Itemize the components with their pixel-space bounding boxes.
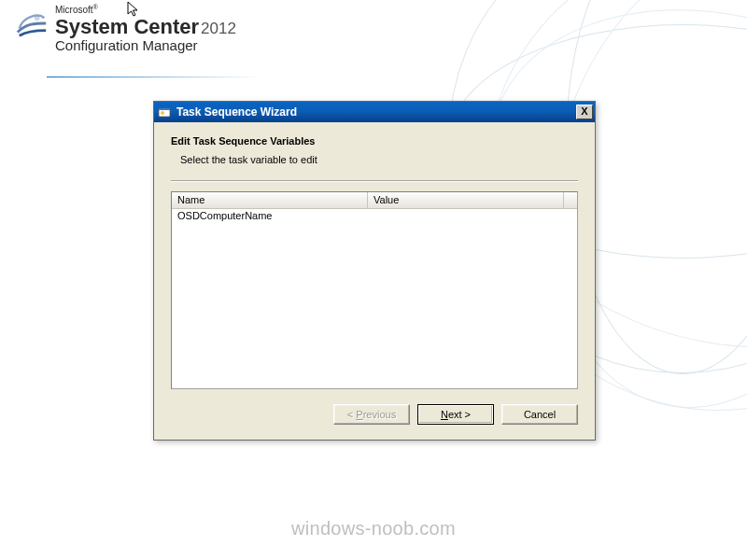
divider	[171, 180, 578, 182]
variable-value-cell	[368, 209, 577, 224]
watermark-text: windows-noob.com	[0, 518, 747, 539]
branding-divider	[47, 77, 261, 77]
listview-header: Name Value	[172, 192, 577, 209]
list-item[interactable]: OSDComputerName	[172, 209, 577, 224]
section-instruction: Select the task variable to edit	[180, 154, 578, 165]
dialog-title: Task Sequence Wizard	[176, 105, 576, 119]
system-center-logo-icon	[14, 6, 49, 41]
product-name: System Center2012	[55, 15, 236, 39]
product-subtitle: Configuration Manager	[55, 37, 236, 53]
variable-name-cell: OSDComputerName	[172, 209, 368, 224]
cancel-button[interactable]: Cancel	[501, 404, 578, 425]
vendor-label: Microsoft®	[55, 4, 236, 15]
section-heading: Edit Task Sequence Variables	[171, 135, 578, 147]
svg-point-3	[161, 111, 164, 115]
next-button[interactable]: Next >	[417, 404, 494, 425]
close-button[interactable]: X	[576, 105, 593, 119]
wizard-icon	[158, 105, 171, 119]
mouse-cursor-icon	[127, 1, 140, 21]
column-header-name[interactable]: Name	[172, 192, 368, 208]
svg-rect-2	[159, 108, 170, 110]
dialog-titlebar[interactable]: Task Sequence Wizard X	[154, 102, 595, 122]
variables-listview[interactable]: Name Value OSDComputerName	[171, 191, 578, 389]
task-sequence-wizard-dialog: Task Sequence Wizard X Edit Task Sequenc…	[153, 101, 596, 441]
column-header-value[interactable]: Value	[368, 192, 564, 208]
branding-header: Microsoft® System Center2012 Configurati…	[14, 4, 236, 53]
previous-button: < Previous	[333, 404, 410, 425]
wizard-button-row: < Previous Next > Cancel	[171, 404, 578, 425]
column-header-spacer	[564, 192, 577, 208]
